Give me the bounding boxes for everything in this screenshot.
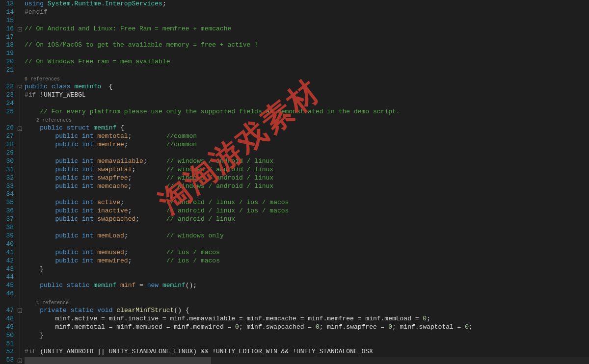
line-number: 53	[3, 356, 14, 364]
line-number: 22	[3, 83, 14, 91]
horizontal-scrollbar[interactable]	[25, 357, 589, 364]
code-line[interactable]: private static void clearMinfStruct() {	[25, 307, 589, 315]
line-number: 38	[3, 224, 14, 232]
line-number: 30	[3, 157, 14, 166]
code-editor[interactable]: 1314151617181920212223242526272829303132…	[0, 0, 589, 364]
codelens[interactable]: 2 references	[25, 116, 589, 124]
code-line[interactable]: minf.active = minf.inactive = minf.memav…	[25, 315, 589, 323]
line-number: 18	[3, 41, 14, 50]
line-number: 16	[3, 25, 14, 33]
code-line[interactable]: public int memcache; // windows / androi…	[25, 182, 589, 191]
line-number: 39	[3, 232, 14, 240]
code-line[interactable]: public int memwired; // ios / macos	[25, 257, 589, 265]
code-line[interactable]	[25, 340, 589, 348]
code-line[interactable]	[25, 240, 589, 249]
line-number: 17	[3, 33, 14, 42]
codelens[interactable]: 9 references	[25, 75, 589, 83]
line-number: 49	[3, 323, 14, 332]
line-number	[3, 75, 14, 83]
line-number: 40	[3, 240, 14, 249]
code-line[interactable]	[25, 66, 589, 75]
code-line[interactable]: public int swapfree; // windows / androi…	[25, 174, 589, 182]
line-number: 36	[3, 207, 14, 215]
line-number: 48	[3, 315, 14, 323]
code-line[interactable]: public int memused; // ios / macos	[25, 249, 589, 257]
code-line[interactable]	[25, 17, 589, 25]
line-number: 44	[3, 273, 14, 282]
line-number: 21	[3, 66, 14, 75]
line-number	[3, 116, 14, 124]
line-number: 41	[3, 249, 14, 257]
line-number: 28	[3, 141, 14, 149]
code-line[interactable]: public int memfree; //common	[25, 141, 589, 149]
line-number: 46	[3, 290, 14, 298]
line-number: 27	[3, 132, 14, 141]
line-number: 37	[3, 215, 14, 224]
line-number: 31	[3, 166, 14, 174]
code-line[interactable]: #endif	[25, 8, 589, 17]
code-line[interactable]: minf.memtotal = minf.memused = minf.memw…	[25, 323, 589, 332]
line-number: 15	[3, 17, 14, 25]
code-line[interactable]: using System.Runtime.InteropServices;	[25, 0, 589, 8]
horizontal-scrollbar-thumb[interactable]	[25, 357, 211, 364]
code-line[interactable]	[25, 50, 589, 58]
line-number	[3, 298, 14, 307]
code-line[interactable]: public struct meminf {	[25, 124, 589, 132]
line-number: 23	[3, 91, 14, 100]
code-area[interactable]: using System.Runtime.InteropServices;#en…	[25, 0, 589, 364]
line-number: 35	[3, 199, 14, 207]
fold-toggle-icon[interactable]: -	[18, 27, 22, 31]
code-line[interactable]: }	[25, 332, 589, 340]
code-line[interactable]: #if !UNITY_WEBGL	[25, 91, 589, 100]
code-line[interactable]: public int inactive; // android / linux …	[25, 207, 589, 215]
code-line[interactable]: // On iOS/MacOS to get the available mem…	[25, 41, 589, 50]
code-line[interactable]: public int memtotal; //common	[25, 132, 589, 141]
code-line[interactable]: public int swapcached; // android / linu…	[25, 215, 589, 224]
code-line[interactable]: // On Windows Free ram = mem available	[25, 58, 589, 66]
line-number: 14	[3, 8, 14, 17]
line-number: 25	[3, 108, 14, 116]
line-number: 47	[3, 307, 14, 315]
line-number: 29	[3, 149, 14, 157]
code-line[interactable]: }	[25, 265, 589, 274]
code-line[interactable]	[25, 149, 589, 157]
code-line[interactable]: public int swaptotal; // windows / andro…	[25, 166, 589, 174]
code-line[interactable]: #if (UNITY_ANDROID || UNITY_STANDALONE_L…	[25, 348, 589, 356]
fold-toggle-icon[interactable]: -	[18, 85, 22, 89]
code-line[interactable]	[25, 190, 589, 199]
line-number: 50	[3, 332, 14, 340]
line-number: 45	[3, 282, 14, 290]
code-line[interactable]: // For every platfrom please use only th…	[25, 108, 589, 116]
code-line[interactable]	[25, 290, 589, 298]
code-line[interactable]: public int memLoad; // windows only	[25, 232, 589, 240]
line-number: 51	[3, 340, 14, 348]
line-number: 20	[3, 58, 14, 66]
code-line[interactable]	[25, 273, 589, 282]
line-number: 43	[3, 265, 14, 274]
line-number: 52	[3, 348, 14, 356]
code-line[interactable]: // On Android and Linux: Free Ram = memf…	[25, 25, 589, 33]
line-number: 32	[3, 174, 14, 182]
line-number: 24	[3, 100, 14, 108]
line-number-gutter: 1314151617181920212223242526272829303132…	[0, 0, 16, 364]
code-line[interactable]: public class meminfo {	[25, 83, 589, 91]
line-number: 13	[3, 0, 14, 8]
code-line[interactable]: public int memavailable; // windows / an…	[25, 157, 589, 166]
code-line[interactable]: public int active; // android / linux / …	[25, 199, 589, 207]
codelens[interactable]: 1 reference	[25, 298, 589, 307]
code-line[interactable]: public static meminf minf = new meminf()…	[25, 282, 589, 290]
line-number: 33	[3, 182, 14, 191]
line-number: 19	[3, 50, 14, 58]
code-line[interactable]	[25, 100, 589, 108]
line-number: 34	[3, 190, 14, 199]
fold-column: -----	[16, 0, 25, 364]
line-number: 26	[3, 124, 14, 132]
code-line[interactable]	[25, 33, 589, 42]
code-line[interactable]	[25, 224, 589, 232]
line-number: 42	[3, 257, 14, 265]
